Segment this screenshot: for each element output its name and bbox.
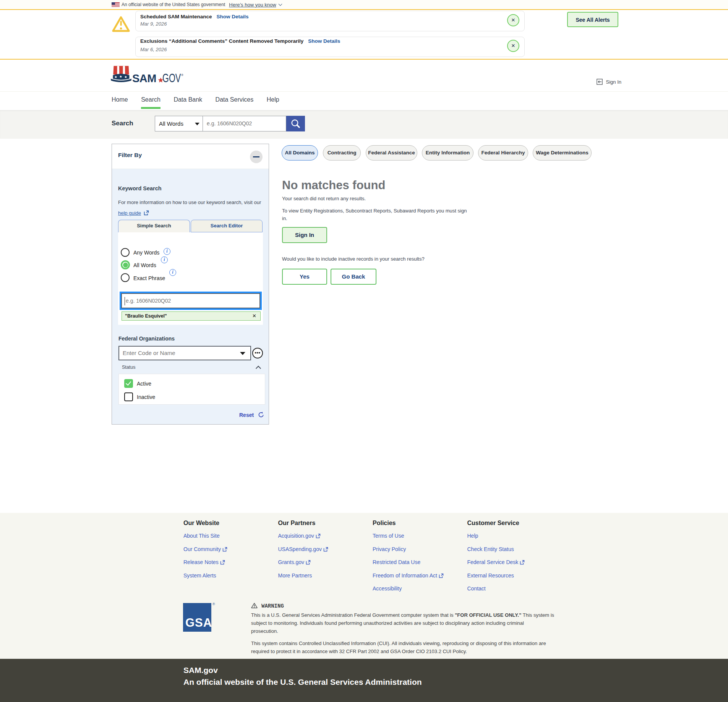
svg-text:®: ® (181, 73, 183, 77)
svg-text:®: ® (212, 602, 215, 606)
svg-text:GOV: GOV (162, 71, 181, 84)
svg-text:GSA: GSA (185, 616, 212, 629)
svg-text:SAM: SAM (132, 72, 156, 84)
